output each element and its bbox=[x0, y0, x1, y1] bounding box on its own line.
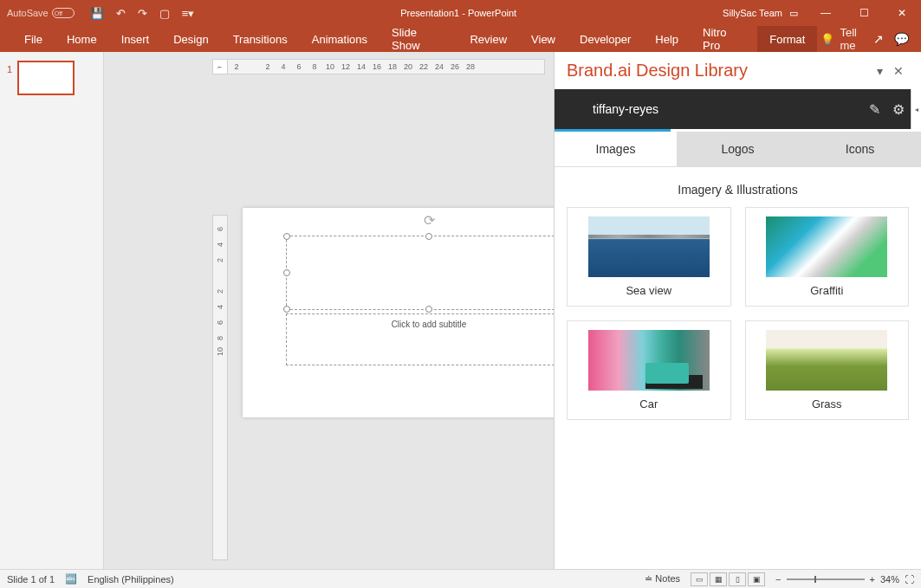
resize-handle[interactable] bbox=[425, 233, 432, 240]
spellcheck-icon[interactable]: 🔤 bbox=[65, 573, 77, 585]
status-bar: Slide 1 of 1 🔤 English (Philippines) ≐ N… bbox=[0, 569, 921, 588]
image-card-grass[interactable]: Grass bbox=[745, 320, 910, 420]
brand-ai-panel: Brand.ai Design Library ▾ ✕ tiffany-reye… bbox=[554, 52, 921, 569]
quick-access-toolbar: 💾 ↶ ↷ ▢ ≡▾ bbox=[81, 7, 204, 20]
tab-review[interactable]: Review bbox=[457, 26, 519, 52]
library-tab-logos[interactable]: Logos bbox=[677, 132, 799, 166]
image-thumbnail bbox=[588, 330, 710, 391]
save-icon[interactable]: 💾 bbox=[90, 7, 104, 20]
slide-thumb-number: 1 bbox=[7, 61, 12, 560]
slide-thumbnail-pane[interactable]: 1 bbox=[0, 52, 104, 569]
undo-icon[interactable]: ↶ bbox=[116, 7, 126, 20]
library-tabs: Images Logos Icons bbox=[555, 132, 921, 167]
tell-me-search[interactable]: 💡 Tell me bbox=[820, 26, 873, 52]
library-tab-icons[interactable]: Icons bbox=[799, 132, 921, 166]
tab-design[interactable]: Design bbox=[161, 26, 220, 52]
tab-format[interactable]: Format bbox=[757, 26, 817, 52]
minimize-button[interactable]: — bbox=[807, 0, 845, 26]
tab-home[interactable]: Home bbox=[55, 26, 109, 52]
zoom-out-button[interactable]: − bbox=[775, 574, 781, 585]
autosave-toggle[interactable]: Off bbox=[52, 8, 75, 18]
sidepanel-header: Brand.ai Design Library ▾ ✕ bbox=[555, 52, 921, 89]
image-card-car[interactable]: Car bbox=[567, 320, 731, 420]
title-placeholder[interactable]: ⟳ bbox=[286, 236, 554, 310]
username: tiffany-reyes bbox=[572, 102, 862, 116]
resize-handle[interactable] bbox=[425, 306, 432, 313]
image-caption: Grass bbox=[751, 397, 904, 414]
normal-view-icon[interactable]: ▭ bbox=[691, 572, 708, 586]
subtitle-placeholder[interactable]: Click to add subtitle bbox=[286, 313, 554, 365]
ribbon-display-icon[interactable]: ▭ bbox=[789, 8, 798, 19]
panel-close-icon[interactable]: ✕ bbox=[888, 64, 909, 78]
library-section-title: Imagery & Illustrations bbox=[567, 178, 909, 207]
panel-dropdown-icon[interactable]: ▾ bbox=[872, 64, 888, 78]
redo-icon[interactable]: ↷ bbox=[138, 7, 147, 20]
close-button[interactable]: ✕ bbox=[883, 0, 921, 26]
tab-nitropro[interactable]: Nitro Pro bbox=[691, 26, 757, 52]
slide-canvas[interactable]: ⟳ Click to add subtitle bbox=[243, 208, 554, 417]
zoom-controls: − + 34% ⛶ bbox=[775, 574, 914, 585]
image-card-sea-view[interactable]: Sea view bbox=[567, 207, 731, 307]
image-caption: Graffiti bbox=[751, 284, 904, 300]
notes-toggle[interactable]: ≐ Notes bbox=[645, 573, 680, 585]
sidepanel-title: Brand.ai Design Library bbox=[567, 61, 872, 81]
resize-handle[interactable] bbox=[283, 233, 290, 240]
ribbon-tabs: File Home Insert Design Transitions Anim… bbox=[0, 26, 921, 52]
tab-view[interactable]: View bbox=[519, 26, 568, 52]
horizontal-ruler: ⌐ 42246810121416182022242628 bbox=[212, 59, 545, 74]
autosave-label: AutoSave bbox=[7, 8, 49, 18]
tab-help[interactable]: Help bbox=[643, 26, 691, 52]
comments-icon[interactable]: 💬 bbox=[894, 32, 909, 46]
window-controls: — ☐ ✕ bbox=[807, 0, 921, 26]
view-buttons: ▭ ▦ ▯ ▣ bbox=[691, 572, 765, 586]
start-from-beginning-icon[interactable]: ▢ bbox=[159, 7, 170, 20]
tab-file[interactable]: File bbox=[12, 26, 55, 52]
team-name: SillySac Team bbox=[723, 8, 782, 18]
document-title: Presentation1 - PowerPoint bbox=[203, 8, 714, 18]
tab-developer[interactable]: Developer bbox=[568, 26, 643, 52]
vertical-ruler: 642246810 bbox=[212, 215, 228, 560]
account-area[interactable]: SillySac Team ▭ bbox=[714, 8, 807, 19]
image-card-graffiti[interactable]: Graffiti bbox=[745, 207, 910, 307]
language-indicator[interactable]: English (Philippines) bbox=[88, 574, 174, 585]
slide-canvas-area: ⌐ 42246810121416182022242628 642246810 ⟳… bbox=[104, 52, 554, 569]
tab-insert[interactable]: Insert bbox=[109, 26, 162, 52]
zoom-percentage[interactable]: 34% bbox=[880, 574, 899, 585]
rotation-handle-icon[interactable]: ⟳ bbox=[424, 212, 435, 229]
slide-thumbnail-1[interactable] bbox=[17, 61, 75, 95]
user-bar: tiffany-reyes ✎ ⚙ ◂ bbox=[555, 89, 921, 129]
subtitle-prompt-text: Click to add subtitle bbox=[392, 320, 467, 329]
image-thumbnail bbox=[766, 216, 887, 277]
resize-handle[interactable] bbox=[283, 269, 290, 276]
slide-sorter-icon[interactable]: ▦ bbox=[710, 572, 727, 586]
image-caption: Sea view bbox=[573, 284, 725, 300]
tab-slideshow[interactable]: Slide Show bbox=[379, 26, 457, 52]
library-body: Imagery & Illustrations Sea view Graffit… bbox=[555, 167, 921, 569]
autosave-control[interactable]: AutoSave Off bbox=[0, 8, 81, 18]
slideshow-view-icon[interactable]: ▣ bbox=[748, 572, 765, 586]
share-icon[interactable]: ↗ bbox=[873, 32, 884, 46]
edit-icon[interactable]: ✎ bbox=[862, 101, 886, 118]
work-area: 1 ⌐ 42246810121416182022242628 642246810… bbox=[0, 52, 921, 569]
gear-icon[interactable]: ⚙ bbox=[886, 101, 911, 118]
library-tab-images[interactable]: Images bbox=[555, 132, 677, 166]
list-dropdown-icon[interactable]: ≡▾ bbox=[182, 7, 195, 20]
image-thumbnail bbox=[588, 216, 710, 277]
resize-handle[interactable] bbox=[283, 306, 290, 313]
image-grid: Sea view Graffiti Car Grass bbox=[567, 207, 909, 420]
image-thumbnail bbox=[766, 330, 887, 391]
tab-transitions[interactable]: Transitions bbox=[221, 26, 300, 52]
fit-to-window-icon[interactable]: ⛶ bbox=[905, 574, 914, 585]
tab-animations[interactable]: Animations bbox=[300, 26, 379, 52]
title-bar: AutoSave Off 💾 ↶ ↷ ▢ ≡▾ Presentation1 - … bbox=[0, 0, 921, 26]
zoom-slider[interactable] bbox=[787, 578, 865, 580]
panel-collapse-handle[interactable]: ◂ bbox=[911, 89, 921, 129]
zoom-in-button[interactable]: + bbox=[870, 574, 875, 585]
lightbulb-icon: 💡 bbox=[820, 33, 834, 46]
image-caption: Car bbox=[573, 397, 725, 414]
reading-view-icon[interactable]: ▯ bbox=[729, 572, 746, 586]
slide-counter[interactable]: Slide 1 of 1 bbox=[7, 574, 55, 585]
tell-me-label: Tell me bbox=[840, 26, 873, 52]
maximize-button[interactable]: ☐ bbox=[845, 0, 883, 26]
